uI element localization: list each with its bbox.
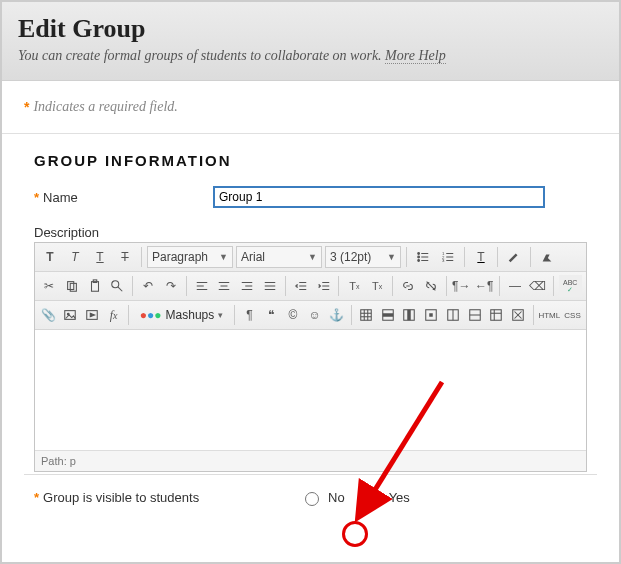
html-icon[interactable]: HTML	[538, 304, 560, 326]
clear-format-icon[interactable]	[536, 246, 558, 268]
visibility-no-label: No	[328, 490, 345, 505]
unlink-icon[interactable]	[421, 275, 441, 297]
table-icon[interactable]	[357, 304, 376, 326]
page-title: Edit Group	[18, 14, 603, 44]
strike-icon[interactable]: T	[114, 246, 136, 268]
quote-icon[interactable]: ❝	[262, 304, 281, 326]
svg-text:3: 3	[442, 258, 445, 263]
bold-icon[interactable]: T	[39, 246, 61, 268]
chevron-down-icon: ▼	[219, 252, 228, 262]
svg-line-17	[118, 287, 122, 291]
anchor-icon[interactable]: ⚓	[327, 304, 346, 326]
editor-body[interactable]	[35, 330, 586, 450]
align-left-icon[interactable]	[192, 275, 212, 297]
text-direction-ltr-icon[interactable]: ¶→	[451, 275, 471, 297]
table-props-icon[interactable]	[487, 304, 506, 326]
media-icon[interactable]	[82, 304, 101, 326]
image-icon[interactable]	[61, 304, 80, 326]
divider	[2, 133, 619, 134]
separator	[141, 247, 142, 267]
separator	[553, 276, 554, 296]
separator	[499, 276, 500, 296]
separator	[392, 276, 393, 296]
bullet-list-icon[interactable]	[412, 246, 434, 268]
toolbar-row-2: ✂ ↶ ↷ Tx Tx ¶→ ←¶ — ⌫	[35, 272, 586, 301]
separator	[446, 276, 447, 296]
visibility-row: * Group is visible to students No Yes	[24, 474, 597, 520]
underline-icon[interactable]: T	[89, 246, 111, 268]
copyright-icon[interactable]: ©	[284, 304, 303, 326]
editor-path: Path: p	[35, 450, 586, 471]
align-right-icon[interactable]	[237, 275, 257, 297]
separator	[128, 305, 129, 325]
paragraph-dropdown[interactable]: Paragraph▼	[147, 246, 233, 268]
table-merge-icon[interactable]	[444, 304, 463, 326]
visibility-no-radio[interactable]	[305, 492, 319, 506]
separator	[530, 247, 531, 267]
font-label: Arial	[241, 250, 265, 264]
emoticon-icon[interactable]: ☺	[305, 304, 324, 326]
copy-icon[interactable]	[62, 275, 82, 297]
table-delete-icon[interactable]	[509, 304, 528, 326]
text-color-icon[interactable]: T	[470, 246, 492, 268]
undo-icon[interactable]: ↶	[138, 275, 158, 297]
separator	[234, 305, 235, 325]
description-label: Description	[24, 225, 597, 240]
svg-rect-14	[91, 282, 98, 292]
required-note-text: Indicates a required field.	[33, 99, 177, 115]
outdent-icon[interactable]	[291, 275, 311, 297]
cut-icon[interactable]: ✂	[39, 275, 59, 297]
more-help-link[interactable]: More Help	[385, 48, 446, 64]
visibility-label-text: Group is visible to students	[43, 490, 199, 505]
svg-rect-45	[382, 313, 393, 317]
link-icon[interactable]	[398, 275, 418, 297]
superscript-icon[interactable]: Tx	[344, 275, 364, 297]
hr-icon[interactable]: —	[505, 275, 525, 297]
mashups-icon: ●●●	[140, 308, 162, 322]
table-cell-icon[interactable]	[422, 304, 441, 326]
fx-icon[interactable]: fx	[104, 304, 123, 326]
mashups-button[interactable]: ●●● Mashups ▾	[134, 304, 229, 326]
section-title: GROUP INFORMATION	[34, 152, 597, 169]
remove-format-icon[interactable]: ⌫	[528, 275, 548, 297]
name-field-row: * Name	[24, 187, 597, 207]
fontsize-dropdown[interactable]: 3 (12pt)▼	[325, 246, 401, 268]
separator	[338, 276, 339, 296]
required-note: * Indicates a required field.	[24, 99, 597, 115]
css-icon[interactable]: CSS	[563, 304, 582, 326]
highlight-icon[interactable]	[503, 246, 525, 268]
name-label: * Name	[24, 190, 214, 205]
spellcheck-icon[interactable]: ABC✓	[559, 275, 582, 297]
visibility-yes-radio[interactable]	[366, 492, 380, 506]
separator	[285, 276, 286, 296]
svg-rect-49	[429, 313, 433, 317]
table-col-icon[interactable]	[400, 304, 419, 326]
rich-text-editor: T T T T Paragraph▼ Arial▼ 3 (12pt)▼ 123 …	[34, 242, 587, 472]
find-icon[interactable]	[107, 275, 127, 297]
italic-icon[interactable]: T	[64, 246, 86, 268]
paste-icon[interactable]	[85, 275, 105, 297]
separator	[533, 305, 534, 325]
required-star-icon: *	[34, 190, 39, 205]
toolbar-row-1: T T T T Paragraph▼ Arial▼ 3 (12pt)▼ 123 …	[35, 243, 586, 272]
separator	[497, 247, 498, 267]
redo-icon[interactable]: ↷	[161, 275, 181, 297]
align-justify-icon[interactable]	[260, 275, 280, 297]
name-input[interactable]	[214, 187, 544, 207]
svg-point-16	[112, 281, 119, 288]
indent-icon[interactable]	[314, 275, 334, 297]
table-split-icon[interactable]	[465, 304, 484, 326]
separator	[186, 276, 187, 296]
subscript-icon[interactable]: Tx	[367, 275, 387, 297]
paragraph-label: Paragraph	[152, 250, 208, 264]
text-direction-rtl-icon[interactable]: ←¶	[474, 275, 494, 297]
table-row-icon[interactable]	[378, 304, 397, 326]
required-star-icon: *	[34, 490, 39, 505]
pilcrow-icon[interactable]: ¶	[240, 304, 259, 326]
page-header: Edit Group You can create formal groups …	[2, 2, 619, 81]
align-center-icon[interactable]	[215, 275, 235, 297]
svg-rect-39	[361, 310, 372, 321]
font-dropdown[interactable]: Arial▼	[236, 246, 322, 268]
number-list-icon[interactable]: 123	[437, 246, 459, 268]
attach-icon[interactable]: 📎	[39, 304, 58, 326]
